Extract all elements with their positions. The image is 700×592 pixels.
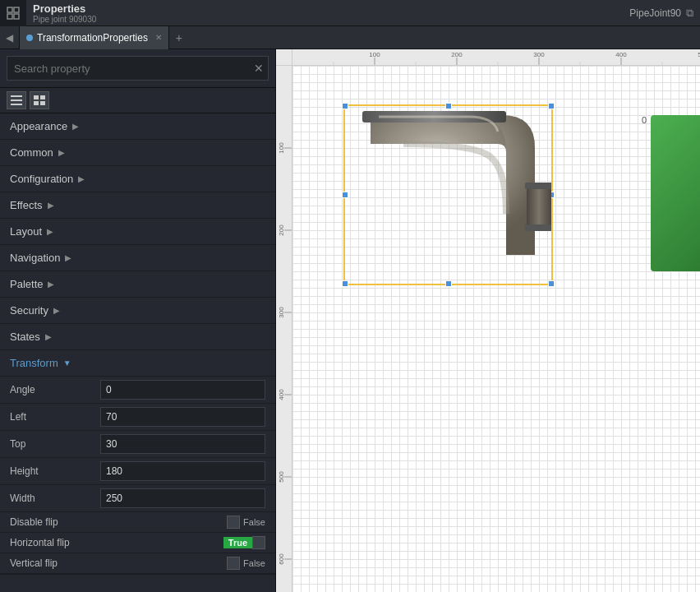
- section-palette[interactable]: Palette ▶: [0, 271, 275, 298]
- svg-rect-41: [525, 183, 551, 189]
- section-transform: Transform ▼ Angle Left Top: [0, 350, 275, 575]
- horizontal-flip-control: True: [223, 536, 265, 549]
- section-transform-header[interactable]: Transform ▼: [0, 350, 275, 377]
- app-icon: [0, 0, 26, 26]
- svg-text:500: 500: [278, 471, 285, 483]
- top-input[interactable]: [100, 434, 265, 454]
- sections-list: Appearance ▶ Common ▶ Configuration ▶ Ef…: [0, 113, 275, 592]
- left-panel: ✕ Appearanc: [0, 49, 276, 592]
- field-disable-flip: Disable flip False: [0, 512, 275, 533]
- top-bar: Properties Pipe joint 909030 PipeJoint90…: [0, 0, 700, 26]
- search-input[interactable]: [7, 56, 269, 81]
- main-layout: ✕ Appearanc: [0, 49, 700, 592]
- tab-arrow-left[interactable]: ◀: [0, 26, 20, 49]
- pipe-joint-graphic: [346, 107, 551, 284]
- field-angle: Angle: [0, 377, 275, 404]
- section-common[interactable]: Common ▶: [0, 140, 275, 166]
- svg-rect-42: [525, 224, 551, 231]
- copy-icon[interactable]: ⧉: [686, 7, 693, 20]
- svg-text:300: 300: [533, 51, 545, 58]
- list-view-button[interactable]: [7, 91, 26, 109]
- svg-rect-7: [34, 95, 39, 99]
- panel-title-group: Properties Pipe joint 909030: [26, 1, 103, 25]
- search-bar: ✕: [0, 49, 275, 88]
- section-effects[interactable]: Effects ▶: [0, 192, 275, 219]
- svg-rect-4: [11, 95, 22, 97]
- svg-rect-6: [11, 104, 22, 105]
- grid-view-button[interactable]: [30, 91, 49, 109]
- section-layout[interactable]: Layout ▶: [0, 219, 275, 245]
- tab-dot: [26, 35, 33, 41]
- field-height: Height: [0, 458, 275, 485]
- svg-text:200: 200: [278, 224, 285, 236]
- svg-rect-9: [34, 101, 39, 105]
- height-input[interactable]: [100, 461, 265, 481]
- svg-rect-8: [40, 95, 45, 99]
- section-states[interactable]: States ▶: [0, 324, 275, 350]
- svg-text:600: 600: [278, 553, 285, 565]
- left-input[interactable]: [100, 407, 265, 427]
- svg-rect-0: [7, 7, 12, 12]
- svg-text:400: 400: [615, 51, 627, 58]
- section-security[interactable]: Security ▶: [0, 298, 275, 324]
- field-top: Top: [0, 431, 275, 458]
- svg-text:300: 300: [278, 307, 285, 318]
- section-navigation[interactable]: Navigation ▶: [0, 245, 275, 271]
- width-input[interactable]: [100, 488, 265, 508]
- svg-rect-5: [11, 99, 22, 101]
- section-configuration[interactable]: Configuration ▶: [0, 166, 275, 192]
- field-horizontal-flip: Horizontal flip True: [0, 533, 275, 553]
- tab-bar: ◀ TransformationProperties ✕ +: [0, 26, 700, 49]
- ruler-top: 100 200 300 400 500: [292, 49, 700, 66]
- tab-close-icon[interactable]: ✕: [155, 33, 162, 42]
- field-width: Width: [0, 485, 275, 512]
- tab-label: TransformationProperties: [37, 32, 148, 44]
- vertical-flip-checkbox[interactable]: [227, 557, 240, 570]
- svg-rect-10: [40, 101, 45, 105]
- horizontal-flip-toggle[interactable]: True: [223, 536, 265, 549]
- svg-rect-3: [14, 14, 19, 19]
- search-clear-icon[interactable]: ✕: [254, 62, 264, 75]
- grid-canvas[interactable]: 0: [292, 66, 700, 592]
- disable-flip-control: False: [227, 516, 265, 529]
- svg-text:200: 200: [451, 51, 463, 58]
- green-shape: [651, 115, 700, 271]
- ruler-corner: [276, 49, 292, 66]
- svg-rect-40: [527, 185, 551, 226]
- canvas-label-0: 0: [642, 115, 647, 125]
- svg-text:400: 400: [278, 389, 285, 400]
- filename-label: PipeJoint90: [629, 7, 681, 19]
- tab-transformation-properties[interactable]: TransformationProperties ✕: [20, 26, 169, 49]
- svg-rect-2: [7, 14, 12, 19]
- angle-input[interactable]: [100, 380, 265, 400]
- vertical-flip-control: False: [227, 557, 265, 570]
- top-bar-right: PipeJoint90 ⧉: [629, 7, 700, 20]
- svg-text:100: 100: [278, 142, 285, 154]
- toggle-false-box: [252, 536, 265, 549]
- tab-add-button[interactable]: +: [169, 26, 189, 49]
- panel-title: Properties: [33, 2, 96, 15]
- field-left: Left: [0, 404, 275, 431]
- canvas-area[interactable]: 100 200 300 400 500: [276, 49, 700, 592]
- right-panel: 100 200 300 400 500: [276, 49, 700, 592]
- svg-text:100: 100: [369, 51, 380, 58]
- ruler-left: 100 200 300 400 500 600: [276, 66, 292, 592]
- toolbar-row: [0, 88, 275, 113]
- svg-rect-1: [14, 7, 19, 12]
- field-vertical-flip: Vertical flip False: [0, 553, 275, 574]
- disable-flip-checkbox[interactable]: [227, 516, 240, 529]
- panel-subtitle: Pipe joint 909030: [33, 15, 96, 24]
- section-appearance[interactable]: Appearance ▶: [0, 113, 275, 140]
